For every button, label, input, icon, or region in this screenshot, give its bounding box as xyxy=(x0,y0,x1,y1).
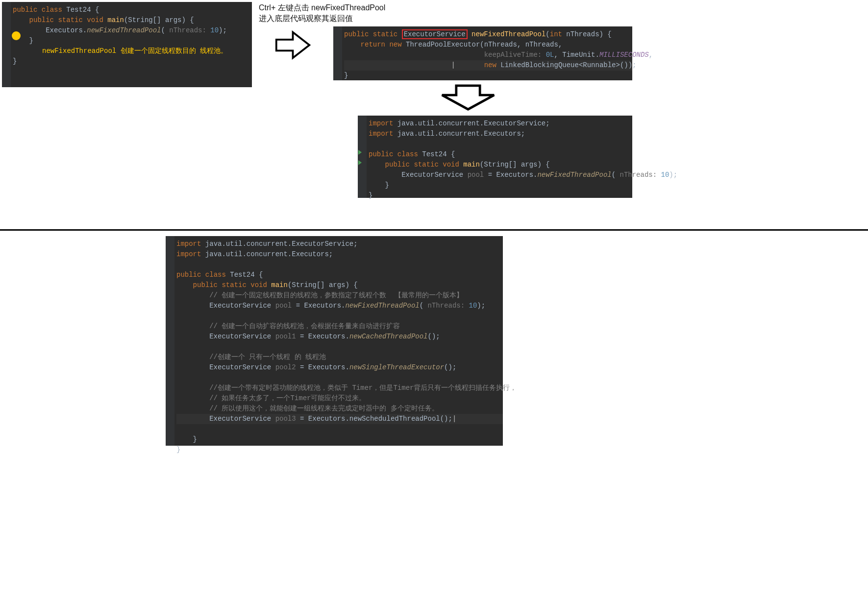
code-block-4: import java.util.concurrent.ExecutorServ… xyxy=(166,236,503,446)
code-line: keepAliveTime: 0L, TimeUnit.MILLISECONDS… xyxy=(344,50,632,60)
code-line xyxy=(176,311,503,321)
code-line: public static ExecutorService newFixedTh… xyxy=(344,29,632,40)
code-line: } xyxy=(176,445,503,455)
code-line: Executors.newFixedThreadPool( nThreads: … xyxy=(13,25,252,36)
code-line: import java.util.concurrent.Executors; xyxy=(369,129,632,139)
code-line: // 创建一个自动扩容的线程池，会根据任务量来自动进行扩容 xyxy=(176,321,503,332)
code-line: import java.util.concurrent.Executors; xyxy=(176,249,503,260)
run-gutter-icon[interactable] xyxy=(358,160,362,165)
code-line: ExecutorService pool1 = Executors.newCac… xyxy=(176,332,503,342)
code-line: public static void main(String[] args) { xyxy=(176,280,503,290)
bulb-icon[interactable] xyxy=(12,31,21,40)
gutter xyxy=(358,116,367,198)
code-line: } xyxy=(176,434,503,445)
code-block-2: public static ExecutorService newFixedTh… xyxy=(333,26,632,80)
code-line: public static void main(String[] args) { xyxy=(13,15,252,25)
code-line: ExecutorService pool = Executors.newFixe… xyxy=(176,301,503,311)
code-line: ExecutorService pool2 = Executors.newSin… xyxy=(176,362,503,373)
code-line: public static void main(String[] args) { xyxy=(369,160,632,170)
code-line xyxy=(176,260,503,270)
annotation-line-1: Ctrl+ 左键点击 newFixedThreadPool xyxy=(259,3,385,13)
highlighted-return-type: ExecutorService xyxy=(402,29,468,39)
horizontal-divider xyxy=(0,229,868,231)
code-line: } xyxy=(344,71,632,81)
code-line: public class Test24 { xyxy=(176,270,503,280)
code-line: } xyxy=(13,56,252,67)
tooltip-text: newFixedThreadPool 创建一个固定线程数目的 线程池。 xyxy=(42,46,252,56)
code-line-current: ExecutorService pool3 = Executors.newSch… xyxy=(176,414,503,424)
gutter xyxy=(333,26,342,80)
code-line: } xyxy=(369,180,632,191)
code-line: // 如果任务太多了，一个Timer可能应付不过来。 xyxy=(176,393,503,404)
code-line: | new LinkedBlockingQueue<Runnable>()); xyxy=(344,60,632,71)
code-block-1: public class Test24 { public static void… xyxy=(2,2,252,87)
code-line: // 所以使用这个，就能创建一组线程来去完成定时器中的 多个定时任务。 xyxy=(176,404,503,414)
arrow-right-icon xyxy=(274,30,311,60)
code-line: import java.util.concurrent.ExecutorServ… xyxy=(176,239,503,249)
arrow-down-icon xyxy=(439,83,497,112)
code-block-3: import java.util.concurrent.ExecutorServ… xyxy=(358,116,632,198)
code-line: //创建一个带有定时器功能的线程池，类似于 Timer，但是Timer背后只有一… xyxy=(176,383,503,393)
code-line: ExecutorService pool = Executors.newFixe… xyxy=(369,170,632,180)
code-line: } xyxy=(369,191,632,201)
code-line: //创建一个 只有一个线程 的 线程池 xyxy=(176,352,503,362)
code-line: import java.util.concurrent.ExecutorServ… xyxy=(369,119,632,129)
gutter xyxy=(2,2,11,87)
run-gutter-icon[interactable] xyxy=(358,150,362,155)
code-line: return new ThreadPoolExecutor(nThreads, … xyxy=(344,40,632,50)
code-line: public class Test24 { xyxy=(369,149,632,160)
code-line xyxy=(176,373,503,383)
code-line xyxy=(176,424,503,434)
code-line xyxy=(176,342,503,352)
code-line: } xyxy=(13,36,252,46)
code-line xyxy=(369,139,632,149)
annotation-line-2: 进入底层代码观察其返回值 xyxy=(259,14,353,24)
code-line: // 创建一个固定线程数目的线程池，参数指定了线程个数 【最常用的一个版本】 xyxy=(176,290,503,301)
gutter xyxy=(166,236,174,446)
code-line: public class Test24 { xyxy=(13,5,252,15)
